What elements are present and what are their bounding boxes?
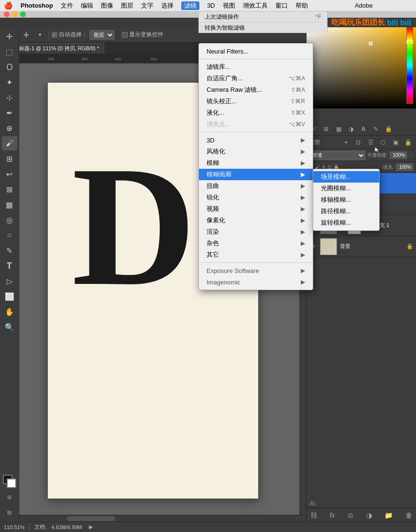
panel-brush-icon[interactable]: 🖌 <box>308 124 319 134</box>
panel-gradient-icon[interactable]: ◑ <box>346 124 356 134</box>
app-name[interactable]: Photoshop <box>21 2 53 9</box>
layer-item[interactable]: 👁 D D 拷贝 <box>307 173 416 194</box>
layer-select[interactable]: 图层 <box>89 30 114 40</box>
panel-lock-icon[interactable]: 🔒 <box>383 124 394 134</box>
pen-tool[interactable]: ✎ <box>2 243 17 258</box>
vertical-scrollbar[interactable] <box>299 64 306 515</box>
gradient-tool[interactable]: ▦ <box>2 197 17 212</box>
hue-slider[interactable] <box>406 27 413 104</box>
menu-bar: 🍎 Photoshop 文件 编辑 图像 图层 文字 选择 滤镜 3D 视图 增… <box>0 0 416 11</box>
move-tool[interactable]: ✛ <box>2 29 17 43</box>
menu-filter[interactable]: 滤镜 <box>181 1 199 10</box>
screen-mode-tool[interactable]: ⊟ <box>2 505 17 520</box>
layer-thumbnail <box>320 238 337 255</box>
folder-icon[interactable]: 📁 <box>384 511 393 519</box>
menu-view[interactable]: 视图 <box>223 1 235 10</box>
color-picker[interactable] <box>307 27 416 123</box>
menu-file[interactable]: 文件 <box>61 1 73 10</box>
minimize-button[interactable] <box>12 11 18 17</box>
eyedropper-tool[interactable]: ✒ <box>2 106 17 120</box>
menu-image[interactable]: 图像 <box>101 1 113 10</box>
adjustment-icon[interactable]: ◑ <box>366 511 372 519</box>
path-select-tool[interactable]: ▷ <box>2 274 17 288</box>
mask-icon[interactable]: ⊙ <box>348 511 353 519</box>
brush-tool[interactable]: 🖌 <box>2 136 17 151</box>
lock-all-icon[interactable]: 🔒 <box>333 164 339 170</box>
crop-tool[interactable]: ⊹ <box>2 90 17 105</box>
layer-mask-icon[interactable]: ☰ <box>365 137 376 148</box>
layer-visibility-icon[interactable]: 👁 <box>309 180 317 187</box>
menu-3d[interactable]: 3D <box>207 2 215 9</box>
heal-tool[interactable]: ⊕ <box>2 121 17 135</box>
layer-visibility-icon[interactable]: 👁 <box>309 222 317 229</box>
panel-clone-icon[interactable]: ⊞ <box>321 124 331 134</box>
color-gradient-box[interactable] <box>307 27 416 109</box>
menu-help[interactable]: 帮助 <box>296 1 308 10</box>
history-brush-tool[interactable]: ↩ <box>2 167 17 181</box>
layers-panel: 类型 ▾ ⊡ ☰ ⬡ ▣ 🔒 穿透 不透明度: 100% % ⊟ 🖌 ✛ ⊡ <box>307 136 416 521</box>
layer-item[interactable]: 👁 D D <box>307 194 416 215</box>
panel-type-icon[interactable]: A <box>358 124 369 134</box>
magic-wand-tool[interactable]: ✦ <box>2 75 17 89</box>
toolbar-separator-2 <box>48 30 49 40</box>
blend-mode-select[interactable]: 穿透 <box>309 151 365 160</box>
background-color[interactable] <box>7 478 16 488</box>
auto-select-checkbox[interactable]: ✓ <box>52 32 57 38</box>
panel-pattern-icon[interactable]: ▦ <box>333 124 344 134</box>
layer-item[interactable]: 👁 背景 🔒 <box>307 236 416 257</box>
fx-icon[interactable]: fx <box>330 511 335 519</box>
right-panel: 🖌 ⊞ ▦ ◑ A ✎ 🔒 类型 ▾ ⊡ ☰ ⬡ ▣ 🔒 穿透 不透明度: 10… <box>306 27 416 521</box>
quick-mask-tool[interactable]: ⊙ <box>2 490 17 504</box>
layer-name: 颜色填充 1 <box>364 222 413 229</box>
layer-visibility-icon[interactable]: 👁 <box>309 201 317 208</box>
move-arrow-icon[interactable]: ▾ <box>34 29 45 41</box>
zoom-tool[interactable]: 🔍 <box>2 320 17 334</box>
type-tool[interactable]: T <box>2 259 17 273</box>
menu-type[interactable]: 文字 <box>141 1 153 10</box>
select-rect-tool[interactable]: ⬚ <box>2 44 17 59</box>
link-layers-icon[interactable]: ⛓ <box>310 511 317 519</box>
doc-size-label: 文档: <box>34 523 46 531</box>
maximize-button[interactable] <box>20 11 26 17</box>
layer-visibility-icon[interactable]: 👁 <box>309 243 317 250</box>
menu-select[interactable]: 选择 <box>161 1 174 10</box>
layer-color-icon[interactable]: ▣ <box>390 137 401 148</box>
layer-filter-icon[interactable]: ⊡ <box>353 137 363 148</box>
layers-list: 👁 D D 拷贝 👁 D D 👁 ⛓ 颜色填充 1 👁 <box>307 173 416 499</box>
show-transform-checkbox[interactable] <box>122 32 128 38</box>
panel-adjust-row: Ai <box>307 499 416 508</box>
blur-tool[interactable]: ◎ <box>2 213 17 227</box>
canvas-document: D <box>48 83 258 499</box>
menu-window[interactable]: 窗口 <box>275 1 288 10</box>
trash-icon[interactable]: 🗑 <box>405 511 412 519</box>
lock-paint-icon[interactable]: 🖌 <box>315 164 320 170</box>
ruler-label-200: 200 <box>48 57 54 61</box>
dodge-tool[interactable]: ○ <box>2 228 17 242</box>
apple-menu[interactable]: 🍎 <box>4 1 13 10</box>
fill-row: ⊟ 🖌 ✛ ⊡ 🔒 填充: 100% <box>307 162 416 173</box>
close-button[interactable] <box>4 11 10 17</box>
layer-smart-icon[interactable]: 🔒 <box>403 137 413 148</box>
lock-transparent-icon[interactable]: ⊟ <box>309 164 313 170</box>
lock-artboard-icon[interactable]: ⊡ <box>328 164 331 170</box>
hand-tool[interactable]: ✋ <box>2 304 17 319</box>
ruler-label-400: 400 <box>115 57 121 61</box>
title-bar <box>0 11 416 18</box>
lock-move-icon[interactable]: ✛ <box>322 164 326 170</box>
shape-tool[interactable]: ⬜ <box>2 289 17 304</box>
eraser-tool[interactable]: ⊠ <box>2 182 17 196</box>
horizontal-scrollbar[interactable] <box>19 515 306 521</box>
ai-label-icon[interactable]: Ai <box>309 499 315 507</box>
layer-adj-icon[interactable]: ⬡ <box>378 137 388 148</box>
lasso-tool[interactable] <box>2 60 17 74</box>
doc-size-arrow[interactable]: ▶ <box>89 524 93 530</box>
menu-plugins[interactable]: 增效工具 <box>243 1 268 10</box>
move-tool-icon[interactable]: ✛ <box>21 29 32 41</box>
layer-type-select[interactable]: ▾ <box>340 137 351 148</box>
opacity-label: 不透明度: <box>367 152 388 159</box>
layer-item[interactable]: 👁 ⛓ 颜色填充 1 <box>307 215 416 236</box>
stamp-tool[interactable]: ⊞ <box>2 152 17 166</box>
menu-layer[interactable]: 图层 <box>121 1 133 10</box>
panel-pen-icon[interactable]: ✎ <box>371 124 381 134</box>
menu-edit[interactable]: 编辑 <box>81 1 93 10</box>
